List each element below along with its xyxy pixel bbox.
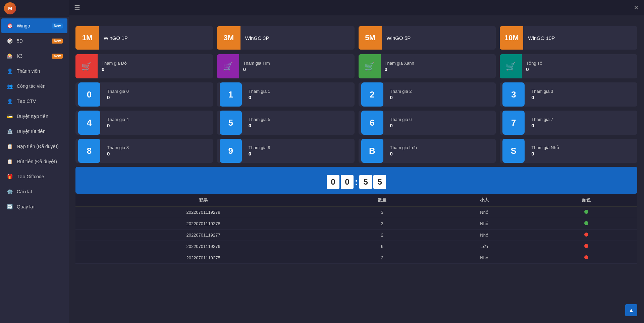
- game-card-3m[interactable]: 3M WinGO 3P: [217, 26, 355, 50]
- sidebar-item-cong-tac-vien[interactable]: 👥Công tác viên: [1, 79, 67, 93]
- number-card-2: 2 Tham gia 2 0: [359, 82, 496, 107]
- number-value-2: 0: [390, 94, 412, 100]
- participation-grid: 🛒 Tham gia Đỏ 0 🛒 Tham gia Tím 0 🛒 Tham …: [75, 54, 637, 78]
- color-dot: [584, 233, 588, 237]
- participation-value-xanh: 0: [385, 66, 414, 72]
- game-card-info-3m: WinGO 3P: [240, 35, 274, 41]
- number-label-8: Tham gia 8: [107, 145, 129, 150]
- menu-toggle-icon[interactable]: ☰: [74, 4, 80, 12]
- table-cell-color: [535, 241, 637, 252]
- sidebar-item-label-rut-tien: Rút tiền (Đã duyệt): [17, 159, 63, 164]
- wingo-icon: 🎯: [6, 22, 13, 29]
- game-card-info-5m: WinGO 5P: [382, 35, 416, 41]
- table-cell-count: 2: [331, 230, 433, 241]
- result-table: 彩票数量小大颜色 20220701119279 3 Nhỏ 2022070111…: [75, 194, 637, 264]
- sidebar-item-5d[interactable]: 🎲5DNew: [1, 34, 67, 48]
- sidebar-item-duyet-rut-tien[interactable]: 🏦Duyệt rút tiền: [1, 124, 67, 139]
- sidebar: M 🎯WingoNew🎲5DNew🎰K3New👤Thành viên👥Công …: [0, 0, 69, 323]
- number-label-6: Tham gia 6: [390, 117, 412, 122]
- sidebar-item-label-duyet-nap-tien: Duyệt nạp tiền: [17, 114, 63, 119]
- number-icon-S: S: [502, 139, 525, 163]
- color-dot: [584, 210, 588, 214]
- participation-info-tong-so: Tổng số 0: [522, 61, 546, 72]
- game-cards-grid: 1M WinGO 1P 3M WinGO 3P 5M WinGO 5P 10M …: [75, 26, 637, 50]
- scroll-to-top-button[interactable]: ▲: [625, 304, 637, 316]
- sidebar-item-cai-dat[interactable]: ⚙️Cài đặt: [1, 184, 67, 199]
- number-info-7: Tham gia 7 0: [527, 117, 557, 128]
- countdown-section: 00:55: [75, 167, 637, 194]
- participation-label-do: Tham gia Đỏ: [102, 61, 127, 66]
- sidebar-item-nap-tien[interactable]: 📋Nạp tiền (Đã duyệt): [1, 139, 67, 154]
- number-icon-4: 4: [78, 111, 100, 135]
- number-info-4: Tham gia 4 0: [103, 117, 133, 128]
- rut-tien-icon: 📋: [6, 158, 13, 165]
- number-value-7: 0: [531, 123, 553, 128]
- quay-lai-icon: 🔄: [6, 203, 13, 210]
- participation-value-tong-so: 0: [526, 66, 542, 72]
- number-label-B: Tham gia Lớn: [390, 145, 417, 150]
- game-card-10m[interactable]: 10M WinGO 10P: [500, 26, 637, 50]
- sidebar-item-tao-ctv[interactable]: 👤Tạo CTV: [1, 94, 67, 109]
- sidebar-item-label-cai-dat: Cài đặt: [17, 189, 63, 194]
- table-cell-ticket: 20220701119276: [75, 241, 331, 252]
- k3-icon: 🎰: [6, 52, 13, 60]
- sidebar-item-wingo[interactable]: 🎯WingoNew: [1, 18, 67, 33]
- game-card-badge-5m: 5M: [359, 26, 382, 50]
- sidebar-item-quay-lai[interactable]: 🔄Quay lại: [1, 199, 67, 214]
- number-info-6: Tham gia 6 0: [386, 117, 416, 128]
- content-area: 1M WinGO 1P 3M WinGO 3P 5M WinGO 5P 10M …: [69, 15, 644, 323]
- participation-icon-xanh: 🛒: [359, 54, 381, 78]
- game-card-info-10m: WinGO 10P: [523, 35, 559, 41]
- number-label-0: Tham gia 0: [107, 89, 129, 94]
- number-icon-1: 1: [220, 82, 242, 107]
- participation-card-do: 🛒 Tham gia Đỏ 0: [75, 54, 213, 78]
- sidebar-item-label-cong-tac-vien: Công tác viên: [17, 83, 63, 89]
- sidebar-item-rut-tien[interactable]: 📋Rút tiền (Đã duyệt): [1, 154, 67, 169]
- sidebar-item-tao-giftcode[interactable]: 🎁Tạo Giftcode: [1, 169, 67, 184]
- number-info-1: Tham gia 1 0: [245, 89, 274, 100]
- number-grid-3: 8 Tham gia 8 0 9 Tham gia 9 0 B Tham gia…: [75, 139, 637, 163]
- participation-info-do: Tham gia Đỏ 0: [98, 61, 131, 72]
- sidebar-item-duyet-nap-tien[interactable]: 💳Duyệt nạp tiền: [1, 109, 67, 124]
- number-value-6: 0: [390, 123, 412, 128]
- countdown-separator: :: [355, 175, 358, 189]
- table-cell-color: [535, 252, 637, 264]
- main-content: ☰ ✕ 1M WinGO 1P 3M WinGO 3P 5M WinGO 5P …: [69, 0, 644, 323]
- table-row: 20220701119278 3 Nhỏ: [75, 218, 637, 230]
- table-cell-size: Nhỏ: [433, 218, 535, 230]
- participation-icon-tim: 🛒: [217, 54, 239, 78]
- game-card-badge-1m: 1M: [75, 26, 99, 50]
- color-dot: [584, 255, 588, 259]
- sidebar-nav: 🎯WingoNew🎲5DNew🎰K3New👤Thành viên👥Công tá…: [0, 17, 69, 323]
- number-card-6: 6 Tham gia 6 0: [359, 111, 496, 135]
- number-card-S: S Tham gia Nhỏ 0: [500, 139, 637, 163]
- number-value-B: 0: [390, 151, 417, 156]
- sidebar-item-label-tao-ctv: Tạo CTV: [17, 99, 63, 104]
- sidebar-item-k3[interactable]: 🎰K3New: [1, 49, 67, 63]
- number-card-8: 8 Tham gia 8 0: [75, 139, 213, 163]
- sidebar-header: M: [0, 0, 69, 17]
- participation-card-xanh: 🛒 Tham gia Xanh 0: [359, 54, 496, 78]
- number-value-0: 0: [107, 94, 129, 100]
- table-cell-size: Lớn: [433, 241, 535, 252]
- badge-wingo: New: [52, 23, 63, 28]
- close-icon[interactable]: ✕: [634, 4, 639, 11]
- top-bar: ☰ ✕: [69, 0, 644, 15]
- sidebar-item-thanh-vien[interactable]: 👤Thành viên: [1, 64, 67, 78]
- game-card-1m[interactable]: 1M WinGO 1P: [75, 26, 213, 50]
- number-icon-2: 2: [361, 82, 383, 107]
- table-row: 20220701119279 3 Nhỏ: [75, 207, 637, 218]
- number-icon-3: 3: [502, 82, 525, 107]
- number-icon-7: 7: [502, 111, 525, 135]
- sidebar-item-label-k3: K3: [17, 53, 52, 59]
- participation-info-xanh: Tham gia Xanh 0: [381, 61, 418, 72]
- cong-tac-vien-icon: 👥: [6, 82, 13, 90]
- game-card-5m[interactable]: 5M WinGO 5P: [359, 26, 496, 50]
- table-header-彩票: 彩票: [75, 194, 331, 207]
- participation-value-tim: 0: [243, 66, 270, 72]
- number-info-5: Tham gia 5 0: [245, 117, 274, 128]
- number-info-S: Tham gia Nhỏ 0: [527, 145, 563, 156]
- sidebar-item-label-wingo: Wingo: [17, 23, 52, 28]
- number-card-9: 9 Tham gia 9 0: [217, 139, 355, 163]
- table-cell-size: Nhỏ: [433, 230, 535, 241]
